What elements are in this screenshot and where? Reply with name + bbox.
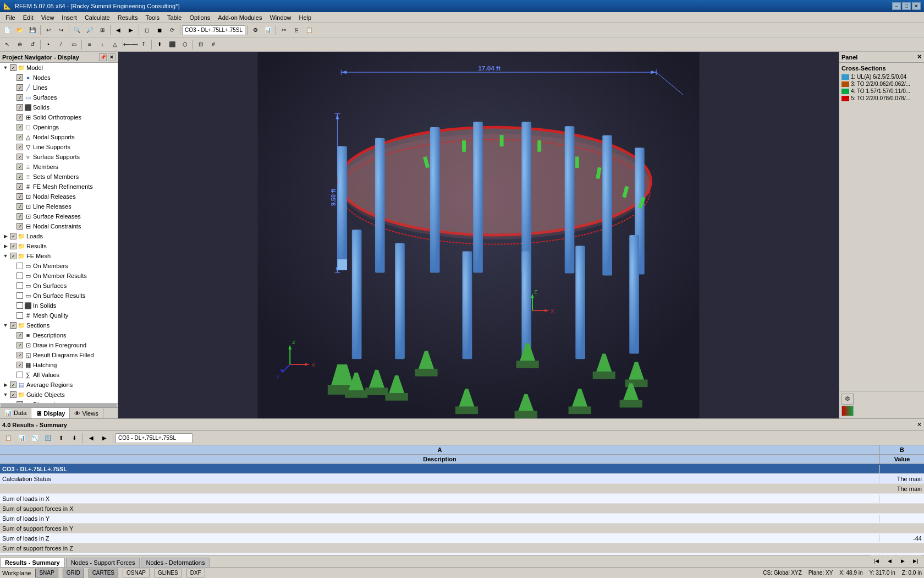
tree-item-sections[interactable]: ▼ ✓ 📁 Sections <box>0 320 118 330</box>
cb-results[interactable]: ✓ <box>10 243 16 249</box>
cut-button[interactable]: ✂ <box>278 24 290 36</box>
cb-all-values[interactable] <box>16 372 23 378</box>
table-row[interactable]: Sum of loads in Z -44 <box>0 533 924 543</box>
view-iso-button[interactable]: ⬡ <box>179 39 191 51</box>
panel-close-button[interactable]: ✕ <box>917 53 922 61</box>
cb-nodal-con[interactable]: ✓ <box>16 223 23 230</box>
tree-item-on-surfaces[interactable]: ▭ On Surfaces <box>0 281 118 291</box>
rt-btn-6[interactable]: ⬇ <box>68 432 80 444</box>
rt-btn-5[interactable]: ⬆ <box>55 432 67 444</box>
cb-on-members[interactable] <box>16 263 23 269</box>
view-top-button[interactable]: ⬆ <box>153 39 166 51</box>
tree-item-openings[interactable]: ✓ □ Openings <box>0 122 118 132</box>
cb-solid-ortho[interactable]: ✓ <box>16 114 23 121</box>
snap-toggle[interactable]: ⊡ <box>195 39 207 51</box>
view-front-button[interactable]: ⬛ <box>166 39 178 51</box>
load-button[interactable]: ↓ <box>96 39 108 51</box>
cb-model[interactable]: ✓ <box>10 64 16 71</box>
rt-btn-4[interactable]: 🔢 <box>42 432 54 444</box>
panel-settings-button[interactable]: ⚙ <box>842 394 854 405</box>
tree-item-all-values[interactable]: ∑ All Values <box>0 370 118 380</box>
table-row[interactable]: Sum of loads in X <box>0 494 924 504</box>
undo-button[interactable]: ↩ <box>42 24 54 36</box>
tree-item-hatching[interactable]: ✓ ▦ Hatching <box>0 360 118 370</box>
cb-in-solids[interactable] <box>16 302 23 309</box>
rt-btn-8[interactable]: ▶ <box>98 432 111 444</box>
tree-item-solid-ortho[interactable]: ✓ ⊞ Solid Orthotropies <box>0 112 118 122</box>
menu-item-tools[interactable]: Tools <box>142 13 163 22</box>
results-tab-support[interactable]: Nodes - Support Forces <box>66 558 140 567</box>
new-button[interactable]: 📄 <box>1 24 13 36</box>
minimize-button[interactable]: − <box>892 2 901 10</box>
cb-on-member-res[interactable] <box>16 272 23 279</box>
cb-fe-mesh-ref[interactable]: ✓ <box>16 183 23 190</box>
tree-item-lines[interactable]: ✓ ╱ Lines <box>0 83 118 92</box>
table-row[interactable]: Sum of support forces in Z <box>0 543 924 553</box>
menu-item-results[interactable]: Results <box>114 13 141 22</box>
tree-item-on-member-results[interactable]: ▭ On Member Results <box>0 271 118 281</box>
zoom-in-button[interactable]: 🔍 <box>71 24 83 36</box>
rt-btn-7[interactable]: ◀ <box>85 432 97 444</box>
menu-item-edit[interactable]: Edit <box>20 13 37 22</box>
cb-nodal-supp[interactable]: ✓ <box>16 134 23 140</box>
tree-item-solids[interactable]: ✓ ⬛ Solids <box>0 102 118 112</box>
rt-btn-3[interactable]: 📉 <box>29 432 41 444</box>
cb-line-supp[interactable]: ✓ <box>16 144 23 150</box>
tree-item-surface-supports[interactable]: ✓ ▿ Surface Supports <box>0 152 118 162</box>
tree-item-in-solids[interactable]: ⬛ In Solids <box>0 301 118 310</box>
table-row[interactable]: Sum of support forces in X <box>0 504 924 514</box>
close-button[interactable]: ✕ <box>912 2 921 10</box>
menu-item-view[interactable]: View <box>38 13 58 22</box>
cb-line-rel[interactable]: ✓ <box>16 203 23 210</box>
cb-solids[interactable]: ✓ <box>16 104 23 111</box>
maximize-button[interactable]: □ <box>902 2 911 10</box>
osnap-button[interactable]: OSNAP <box>123 569 150 577</box>
results-close-button[interactable]: ✕ <box>917 421 922 428</box>
menu-item-file[interactable]: File <box>2 13 19 22</box>
tree-item-surfaces[interactable]: ✓ ▭ Surfaces <box>0 92 118 102</box>
tab-display[interactable]: 🖥 Display <box>31 408 70 418</box>
node-button[interactable]: • <box>42 39 54 51</box>
cb-sets-members[interactable]: ✓ <box>16 173 23 180</box>
tree-item-nodal-supports[interactable]: ✓ △ Nodal Supports <box>0 132 118 142</box>
cb-members[interactable]: ✓ <box>16 163 23 170</box>
tree-item-draw-fg[interactable]: ✓ ⊡ Draw in Foreground <box>0 340 118 350</box>
next-button[interactable]: ▶ <box>125 24 137 36</box>
cb-on-surfaces[interactable] <box>16 282 23 289</box>
tree-item-model[interactable]: ▼ ✓ 📁 Model <box>0 63 118 73</box>
tab-data[interactable]: 📊 Data <box>0 408 31 418</box>
prev-button[interactable]: ◀ <box>112 24 124 36</box>
rt-btn-1[interactable]: 📋 <box>2 432 14 444</box>
table-row[interactable]: Sum of loads in Y <box>0 514 924 524</box>
dxf-button[interactable]: DXF <box>186 569 205 577</box>
render2-button[interactable]: ◼ <box>153 24 166 36</box>
tree-item-avg-regions[interactable]: ▶ ✓ ▤ Average Regions <box>0 380 118 390</box>
paste-button[interactable]: 📋 <box>303 24 315 36</box>
tree-item-guide-objects[interactable]: ▼ ✓ 📁 Guide Objects <box>0 390 118 400</box>
tree-item-result-diag[interactable]: ✓ ◱ Result Diagrams Filled <box>0 350 118 360</box>
open-button[interactable]: 📂 <box>14 24 26 36</box>
menu-item-addons[interactable]: Add-on Modules <box>215 13 265 22</box>
viewport[interactable]: 17.04 ft 9.50 ft <box>118 52 839 418</box>
menu-item-help[interactable]: Help <box>296 13 315 22</box>
cb-openings[interactable]: ✓ <box>16 124 23 130</box>
tree-item-on-surface-results[interactable]: ▭ On Surface Results <box>0 291 118 301</box>
menu-item-options[interactable]: Options <box>186 13 213 22</box>
tree-item-nodal-constraints[interactable]: ✓ ⊟ Nodal Constraints <box>0 221 118 231</box>
cb-descriptions[interactable]: ✓ <box>16 332 23 339</box>
dim-button[interactable]: ⟵⟶ <box>125 39 137 51</box>
results-last-button[interactable]: ▶| <box>910 555 922 567</box>
menu-item-window[interactable]: Window <box>266 13 294 22</box>
tree-item-line-releases[interactable]: ✓ ⊡ Line Releases <box>0 201 118 211</box>
cb-lines[interactable]: ✓ <box>16 84 23 91</box>
cb-mesh-quality[interactable] <box>16 312 23 319</box>
results-tab-summary[interactable]: Results - Summary <box>0 558 65 567</box>
cb-fe-mesh[interactable]: ✓ <box>10 253 16 259</box>
tree-item-results[interactable]: ▶ ✓ 📁 Results <box>0 241 118 251</box>
cb-guide-objects[interactable]: ✓ <box>10 391 16 398</box>
cb-nodes[interactable]: ✓ <box>16 74 23 81</box>
table-row[interactable]: Calculation Status The maxi <box>0 474 924 484</box>
zoom-fit-button[interactable]: ⊞ <box>96 24 108 36</box>
tree-item-sets-members[interactable]: ✓ ≡ Sets of Members <box>0 172 118 182</box>
tree-item-mesh-quality[interactable]: # Mesh Quality <box>0 310 118 320</box>
